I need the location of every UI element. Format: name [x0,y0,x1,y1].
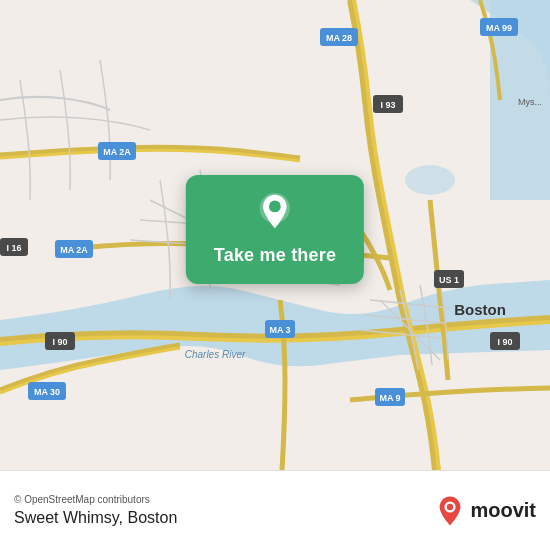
svg-text:MA 9: MA 9 [379,393,400,403]
bottom-left-info: © OpenStreetMap contributors Sweet Whims… [14,494,177,527]
svg-text:US 1: US 1 [439,275,459,285]
svg-text:MA 99: MA 99 [486,23,512,33]
svg-text:MA 2A: MA 2A [103,147,131,157]
moovit-icon [434,495,466,527]
svg-text:I 90: I 90 [52,337,67,347]
bottom-bar: © OpenStreetMap contributors Sweet Whims… [0,470,550,550]
svg-point-2 [405,165,455,195]
overlay-card: Take me there [186,175,364,284]
svg-text:MA 2A: MA 2A [60,245,88,255]
svg-point-37 [447,503,453,509]
svg-text:MA 3: MA 3 [269,325,290,335]
location-pin-icon [254,193,296,235]
svg-text:Boston: Boston [454,301,506,318]
osm-attribution: © OpenStreetMap contributors [14,494,177,505]
svg-text:MA 28: MA 28 [326,33,352,43]
svg-text:Charles River: Charles River [185,349,246,360]
svg-point-35 [269,201,281,213]
take-me-there-button[interactable]: Take me there [214,245,336,266]
moovit-text: moovit [470,499,536,522]
moovit-logo: moovit [434,495,536,527]
svg-text:Mys...: Mys... [518,97,542,107]
svg-text:I 93: I 93 [380,100,395,110]
svg-text:MA 30: MA 30 [34,387,60,397]
place-name: Sweet Whimsy, Boston [14,509,177,527]
map-container: MA 2A MA 2A MA 2A I 16 I 90 MA 30 I 93 M… [0,0,550,470]
svg-text:I 90: I 90 [497,337,512,347]
svg-text:I 16: I 16 [6,243,21,253]
